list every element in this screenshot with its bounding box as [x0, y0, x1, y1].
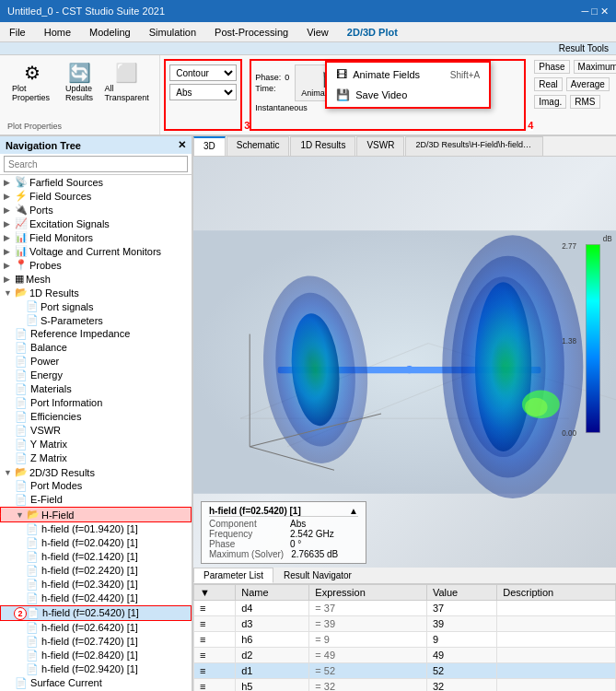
tree-hfield-07-selected[interactable]: 📄 h-field (f=02.5420) [1] 2	[0, 605, 192, 621]
param-name-d3: d3	[236, 616, 309, 632]
nav-tree-close[interactable]: ✕	[178, 139, 186, 151]
save-video-label: Save Video	[355, 89, 407, 100]
tree-efficiencies[interactable]: 📄 Efficiencies	[0, 410, 192, 424]
tree-surface-current[interactable]: 📄 Surface Current	[0, 676, 192, 690]
tree-mesh[interactable]: ▶ ▦ Mesh	[0, 272, 192, 286]
tree-z-matrix[interactable]: 📄 Z Matrix	[0, 451, 192, 465]
tree-hfield-11[interactable]: 📄 h-field (f=02.9420) [1]	[0, 662, 192, 676]
tree-s-parameters[interactable]: 📄 S-Parameters	[0, 313, 192, 327]
param-val-h6: 9	[426, 632, 496, 648]
annotation-circle-1: 1	[0, 509, 1, 521]
animate-fields-label-popup: Animate Fields	[353, 69, 420, 80]
nav-search	[0, 154, 192, 175]
tree-hfield-08[interactable]: 📄 h-field (f=02.6420) [1]	[0, 621, 192, 635]
tree-2d3d-results[interactable]: ▼ 📂 2D/3D Results	[0, 465, 192, 479]
tree-power[interactable]: 📄 Power	[0, 355, 192, 369]
save-video-menu-item[interactable]: 💾 Save Video	[329, 85, 487, 105]
param-val-d3: 39	[426, 616, 496, 632]
col-filter[interactable]: ▼	[194, 585, 236, 601]
all-transparent-button[interactable]: ⬜ All Transparent	[101, 59, 152, 105]
param-row[interactable]: ≡ h6 = 9 9	[194, 632, 616, 648]
param-expr-h6: = 9	[309, 632, 427, 648]
param-val-d1: 52	[426, 663, 496, 679]
tab-vswr[interactable]: VSWR	[356, 136, 404, 156]
tree-hfield-01[interactable]: 📄 h-field (f=01.9420) [1]	[0, 522, 192, 536]
real-button[interactable]: Real	[534, 77, 563, 91]
phase-button[interactable]: Phase	[534, 60, 569, 74]
param-expr-h5: = 32	[309, 679, 427, 692]
tree-balance[interactable]: 📄 Balance	[0, 341, 192, 355]
imag-button[interactable]: Imag.	[534, 95, 566, 109]
param-row-highlight[interactable]: ≡ d1 = 52 52	[194, 663, 616, 679]
tree-vswr[interactable]: 📄 VSWR	[0, 424, 192, 438]
param-row[interactable]: ≡ d2 = 49 49	[194, 648, 616, 663]
frequency-value: 2.542 GHz	[290, 529, 334, 539]
tree-field-monitors[interactable]: ▶ 📊 Field Monitors	[0, 230, 192, 244]
tree-hfield-06[interactable]: 📄 h-field (f=02.4420) [1]	[0, 591, 192, 605]
properties-label: Plot Properties	[12, 84, 52, 102]
annotation-4: 4	[528, 120, 533, 131]
col-name: Name	[236, 585, 309, 601]
tree-port-modes[interactable]: 📄 Port Modes	[0, 479, 192, 493]
3d-viewport: 2.77 1.38 0.00 dB h-field (f=02.5420) [1…	[193, 157, 616, 568]
tree-1d-results[interactable]: ▼ 📂 1D Results	[0, 286, 192, 299]
tree-hfield-03[interactable]: 📄 h-field (f=02.1420) [1]	[0, 550, 192, 564]
tree-hfield-09[interactable]: 📄 h-field (f=02.7420) [1]	[0, 635, 192, 649]
param-row[interactable]: ≡ d3 = 39 39	[194, 616, 616, 632]
tree-hfield-04[interactable]: 📄 h-field (f=02.2420) [1]	[0, 564, 192, 578]
tree-energy[interactable]: 📄 Energy	[0, 369, 192, 382]
average-button[interactable]: Average	[566, 77, 610, 91]
tree-field-sources[interactable]: ▶ ⚡ Field Sources	[0, 189, 192, 203]
animate-fields-menu-item[interactable]: 🎞 Animate Fields Shift+A	[329, 64, 487, 85]
tree-port-info[interactable]: 📄 Port Information	[0, 396, 192, 410]
tree-materials[interactable]: 📄 Materials	[0, 382, 192, 396]
collapse-icon[interactable]: ▲	[349, 506, 358, 516]
update-results-button[interactable]: 🔄 UpdateResults	[61, 59, 98, 105]
properties-icon: ⚙	[24, 62, 41, 84]
menu-modeling[interactable]: Modeling	[84, 25, 136, 40]
menu-home[interactable]: Home	[39, 25, 76, 40]
instantaneous-label: Instantaneous	[255, 103, 308, 112]
tree-hfield-10[interactable]: 📄 h-field (f=02.8420) [1]	[0, 649, 192, 662]
tree-hfield-05[interactable]: 📄 h-field (f=02.3420) [1]	[0, 578, 192, 591]
menu-file[interactable]: File	[4, 25, 31, 40]
menu-2d3d-plot[interactable]: 2D/3D Plot	[342, 25, 403, 40]
tab-parameter-list[interactable]: Parameter List	[193, 568, 273, 583]
film-icon: 🎞	[336, 68, 347, 81]
maximum-key: Maximum (Solver)	[209, 549, 284, 559]
tree-h-field[interactable]: ▼ 📂 H-Field 1	[0, 507, 192, 522]
tree-excitation-signals[interactable]: ▶ 📈 Excitation Signals	[0, 217, 192, 230]
tree-y-matrix[interactable]: 📄 Y Matrix	[0, 438, 192, 451]
plot-type-dropdown[interactable]: Contour Isosurface	[169, 64, 237, 81]
param-row[interactable]: ≡ h5 = 32 32	[194, 679, 616, 692]
maximum-value: 2.76635 dB	[291, 549, 338, 559]
parameter-table: ▼ Name Expression Value Description ≡ d4…	[193, 584, 616, 691]
rms-button[interactable]: RMS	[570, 95, 599, 109]
search-input[interactable]	[4, 156, 188, 172]
param-row[interactable]: ≡ d4 = 37 37	[194, 601, 616, 616]
param-name-d2: d2	[236, 648, 309, 663]
tree-e-field[interactable]: 📄 E-Field	[0, 493, 192, 507]
tree-hfield-02[interactable]: 📄 h-field (f=02.0420) [1]	[0, 536, 192, 550]
col-description: Description	[497, 585, 616, 601]
maximum-button[interactable]: Maximum	[574, 60, 616, 74]
svg-rect-16	[586, 245, 599, 433]
tree-ports[interactable]: ▶ 🔌 Ports	[0, 203, 192, 217]
menu-view[interactable]: View	[301, 25, 334, 40]
properties-button[interactable]: ⚙ Plot Properties	[7, 59, 57, 105]
tree-farfield-sources[interactable]: ▶ 📡 Farfield Sources	[0, 175, 192, 189]
tree-voltage-monitors[interactable]: ▶ 📊 Voltage and Current Monitors	[0, 244, 192, 258]
tab-3d[interactable]: 3D	[193, 136, 226, 156]
tree-port-signals[interactable]: 📄 Port signals	[0, 299, 192, 313]
menu-simulation[interactable]: Simulation	[144, 25, 202, 40]
plot-subtype-dropdown[interactable]: Abs Phase	[169, 84, 237, 100]
tab-1d-results[interactable]: 1D Results	[290, 136, 355, 156]
menu-post-processing[interactable]: Post-Processing	[209, 25, 294, 40]
tree-probes[interactable]: ▶ 📍 Probes	[0, 258, 192, 272]
tab-result-navigator[interactable]: Result Navigator	[273, 568, 362, 583]
tab-2d3d-results[interactable]: 2D/3D Results\H-Field\h-field (f=	[405, 136, 543, 156]
tree-ref-impedance[interactable]: 📄 Reference Impedance	[0, 327, 192, 341]
tab-schematic[interactable]: Schematic	[227, 136, 290, 156]
field-info-panel: h-field (f=02.5420) [1] ▲ Component Abs …	[201, 501, 366, 564]
video-icon: 💾	[336, 88, 350, 101]
